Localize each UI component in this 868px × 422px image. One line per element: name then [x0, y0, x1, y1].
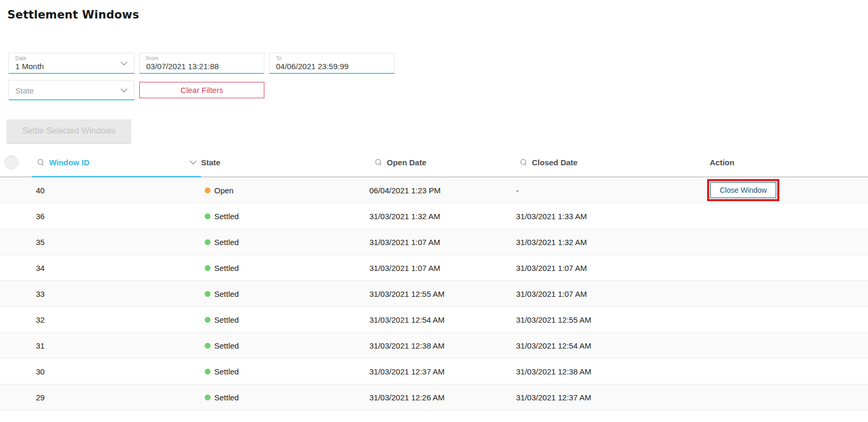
status-label: Settled: [214, 238, 239, 247]
status-dot: [205, 291, 211, 297]
state-cell: Settled: [201, 212, 369, 221]
table-header: Window ID State Open Date Closed Date Ac…: [0, 148, 868, 177]
from-date-input[interactable]: [146, 61, 248, 71]
state-select[interactable]: State: [8, 80, 135, 100]
table-row[interactable]: 36 Settled 31/03/2021 1:32 AM 31/03/2021…: [0, 203, 868, 229]
status-dot: [205, 369, 211, 374]
column-label: Closed Date: [532, 158, 578, 167]
status-dot: [205, 265, 211, 271]
open-date-cell: 31/03/2021 1:07 AM: [369, 238, 516, 247]
window-id-cell: 32: [32, 315, 201, 324]
closed-date-cell: 31/03/2021 1:07 AM: [516, 289, 707, 298]
clear-filters-button[interactable]: Clear Filters: [139, 82, 264, 98]
status-dot: [205, 395, 211, 400]
close-window-button[interactable]: Close Window: [710, 182, 776, 198]
table-body: 40 Open 06/04/2021 1:23 PM - Close Windo…: [0, 177, 868, 410]
status-label: Settled: [214, 289, 239, 298]
column-header-state[interactable]: State: [201, 148, 369, 176]
state-select-placeholder: State: [15, 86, 118, 96]
status-label: Settled: [214, 341, 239, 350]
to-date-field: To: [269, 53, 395, 74]
to-date-label: To: [276, 55, 378, 61]
open-date-cell: 06/04/2021 1:23 PM: [369, 186, 516, 195]
state-cell: Settled: [201, 367, 369, 376]
open-date-cell: 31/03/2021 12:37 AM: [369, 367, 516, 376]
open-date-cell: 31/03/2021 12:54 AM: [369, 315, 516, 324]
to-date-input[interactable]: [276, 61, 378, 71]
state-cell: Open: [201, 186, 369, 195]
state-cell: Settled: [201, 238, 369, 247]
column-header-closed-date[interactable]: Closed Date: [516, 148, 707, 176]
status-dot: [205, 187, 211, 193]
column-label: Window ID: [49, 158, 90, 167]
column-header-window-id[interactable]: Window ID: [32, 148, 201, 176]
open-date-cell: 31/03/2021 12:26 AM: [369, 393, 516, 402]
date-range-label: Date: [15, 55, 118, 61]
closed-date-cell: -: [516, 186, 707, 195]
window-id-cell: 31: [32, 341, 201, 350]
window-id-cell: 30: [32, 367, 201, 376]
status-dot: [205, 239, 211, 245]
window-id-cell: 36: [32, 212, 201, 221]
table-row[interactable]: 32 Settled 31/03/2021 12:54 AM 31/03/202…: [0, 307, 868, 333]
state-cell: Settled: [201, 315, 369, 324]
open-date-cell: 31/03/2021 1:32 AM: [369, 212, 516, 221]
status-dot: [205, 317, 211, 323]
from-date-field: From: [139, 53, 264, 74]
table-row[interactable]: 34 Settled 31/03/2021 1:07 AM 31/03/2021…: [0, 255, 868, 281]
status-label: Settled: [214, 264, 239, 273]
closed-date-cell: 31/03/2021 12:55 AM: [516, 315, 707, 324]
state-cell: Settled: [201, 264, 369, 273]
table-row[interactable]: 35 Settled 31/03/2021 1:07 AM 31/03/2021…: [0, 229, 868, 255]
state-cell: Settled: [201, 393, 369, 402]
table-row[interactable]: 31 Settled 31/03/2021 12:38 AM 31/03/202…: [0, 333, 868, 359]
closed-date-cell: 31/03/2021 1:32 AM: [516, 238, 707, 247]
window-id-cell: 35: [32, 238, 201, 247]
closed-date-cell: 31/03/2021 12:37 AM: [516, 393, 707, 402]
status-label: Settled: [214, 367, 239, 376]
date-range-select[interactable]: Date 1 Month: [8, 53, 135, 74]
open-date-cell: 31/03/2021 1:07 AM: [369, 264, 516, 273]
search-icon[interactable]: [375, 158, 383, 166]
window-id-cell: 29: [32, 393, 201, 402]
column-label: Open Date: [387, 158, 426, 167]
status-label: Settled: [214, 212, 239, 221]
status-label: Settled: [214, 315, 239, 324]
state-cell: Settled: [201, 289, 369, 298]
status-dot: [205, 343, 211, 349]
page-title: Settlement Windows: [7, 8, 139, 21]
window-id-cell: 34: [32, 264, 201, 273]
from-date-label: From: [146, 55, 248, 61]
column-label: State: [201, 158, 221, 167]
select-all-cell: [0, 148, 32, 176]
open-date-cell: 31/03/2021 12:38 AM: [369, 341, 516, 350]
search-icon[interactable]: [37, 158, 45, 166]
window-id-cell: 40: [32, 186, 201, 195]
highlight-annotation: Close Window: [707, 179, 779, 201]
table-row[interactable]: 30 Settled 31/03/2021 12:37 AM 31/03/202…: [0, 359, 868, 385]
closed-date-cell: 31/03/2021 1:33 AM: [516, 212, 707, 221]
search-icon[interactable]: [520, 158, 528, 166]
select-all-checkbox[interactable]: [4, 155, 18, 170]
column-label: Action: [710, 158, 735, 167]
open-date-cell: 31/03/2021 12:55 AM: [369, 289, 516, 298]
closed-date-cell: 31/03/2021 1:07 AM: [516, 264, 707, 273]
status-label: Settled: [214, 393, 239, 402]
table-row[interactable]: 29 Settled 31/03/2021 12:26 AM 31/03/202…: [0, 385, 868, 410]
column-header-action: Action: [707, 148, 868, 176]
chevron-down-icon: [189, 160, 197, 165]
date-range-value: 1 Month: [15, 61, 118, 71]
action-cell: Close Window: [707, 179, 868, 201]
state-cell: Settled: [201, 341, 369, 350]
chevron-down-icon: [120, 88, 128, 92]
column-header-open-date[interactable]: Open Date: [369, 148, 516, 176]
status-dot: [205, 213, 211, 219]
window-id-cell: 33: [32, 289, 201, 298]
table-row[interactable]: 33 Settled 31/03/2021 12:55 AM 31/03/202…: [0, 281, 868, 307]
closed-date-cell: 31/03/2021 12:38 AM: [516, 367, 707, 376]
status-label: Open: [214, 186, 234, 195]
settle-selected-windows-button[interactable]: Settle Selected Windows: [6, 119, 131, 144]
chevron-down-icon: [120, 61, 128, 65]
table-row[interactable]: 40 Open 06/04/2021 1:23 PM - Close Windo…: [0, 177, 868, 203]
closed-date-cell: 31/03/2021 12:54 AM: [516, 341, 707, 350]
